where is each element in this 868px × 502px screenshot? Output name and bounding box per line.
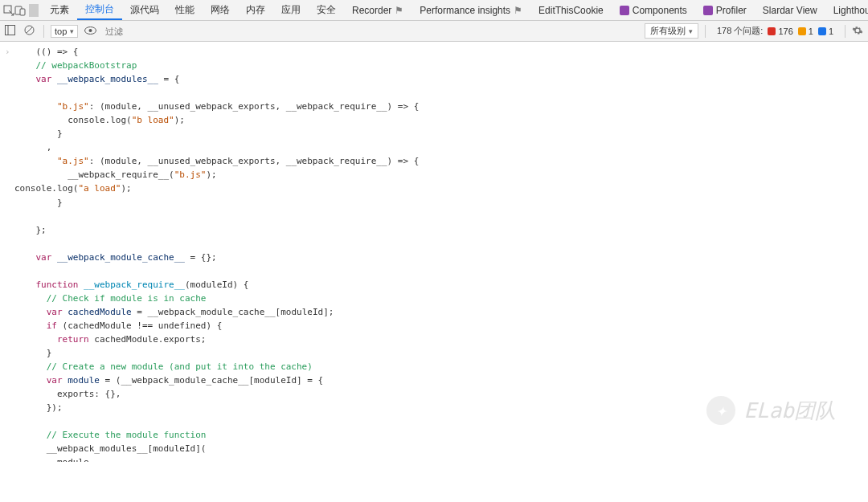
tab-label: 源代码 [130, 3, 159, 17]
console-toolbar: top 所有级别 178 个问题: 176 1 1 [0, 21, 868, 42]
tab-label: 内存 [246, 3, 265, 17]
tab-profiler[interactable]: Profiler [695, 0, 755, 20]
tab-应用[interactable]: 应用 [273, 0, 309, 20]
tab-label: Profiler [716, 5, 747, 16]
experimental-icon: ⚑ [395, 5, 403, 16]
tab-label: EditThisCookie [538, 5, 604, 16]
tab-label: 性能 [175, 3, 194, 17]
tab-网络[interactable]: 网络 [203, 0, 238, 20]
tab-lighthouse[interactable]: Lighthouse [825, 0, 868, 20]
console-settings-gear-icon[interactable] [852, 25, 863, 38]
svg-point-8 [89, 29, 92, 32]
tab-label: 网络 [211, 3, 230, 17]
console-output[interactable]: › (() => { // webpackBootstrap var __web… [0, 42, 868, 462]
tab-label: Lighthouse [833, 5, 868, 16]
tab-安全[interactable]: 安全 [309, 0, 344, 20]
tab-label: Slardar View [763, 5, 817, 16]
clear-console-icon[interactable] [24, 25, 37, 37]
sidebar-toggle-icon[interactable] [5, 25, 18, 37]
tab-performance-insights[interactable]: Performance insights⚑ [411, 0, 530, 20]
tab-内存[interactable]: 内存 [238, 0, 273, 20]
tab-label: 安全 [317, 3, 336, 17]
tab-源代码[interactable]: 源代码 [122, 0, 167, 20]
issues-error-chip: 176 [768, 27, 792, 36]
inspect-icon[interactable] [3, 2, 14, 19]
tab-label: 元素 [50, 3, 69, 17]
extension-icon [620, 6, 629, 15]
tab-性能[interactable]: 性能 [167, 0, 203, 20]
filter-input[interactable] [104, 26, 200, 37]
extension-icon [703, 6, 713, 15]
prompt-icon: › [5, 45, 10, 59]
issues-warn-chip: 1 [798, 27, 813, 36]
log-levels-select[interactable]: 所有级别 [645, 23, 698, 39]
issues-label: 178 个问题: [717, 25, 763, 37]
tab-label: Performance insights [420, 5, 510, 16]
issues-info-chip: 1 [818, 27, 833, 36]
tab-label: Recorder [352, 5, 391, 16]
svg-rect-3 [6, 26, 15, 35]
experimental-icon: ⚑ [514, 5, 522, 16]
tab-slardar-view[interactable]: Slardar View [755, 0, 825, 20]
evaluated-expression: (() => { // webpackBootstrap var __webpa… [0, 42, 868, 462]
levels-label: 所有级别 [650, 25, 686, 37]
tab-components[interactable]: Components [612, 0, 695, 20]
tab-editthiscookie[interactable]: EditThisCookie [530, 0, 612, 20]
tab-元素[interactable]: 元素 [42, 0, 77, 20]
svg-line-6 [27, 27, 32, 33]
tab-label: 控制台 [85, 2, 114, 16]
tab-控制台[interactable]: 控制台 [77, 0, 122, 20]
devtools-tabbar: 元素控制台源代码性能网络内存应用安全Recorder⚑Performance i… [0, 0, 868, 21]
live-expression-icon[interactable] [84, 27, 97, 36]
context-label: top [55, 27, 67, 36]
tab-label: Components [633, 5, 687, 16]
panel-tabs: 元素控制台源代码性能网络内存应用安全Recorder⚑Performance i… [42, 0, 868, 20]
execution-context-select[interactable]: top [51, 25, 78, 38]
tab-label: 应用 [281, 3, 301, 17]
device-toggle-icon[interactable] [14, 2, 26, 19]
issues-summary[interactable]: 178 个问题: 176 1 1 [712, 25, 838, 37]
divider [29, 4, 39, 17]
tab-recorder[interactable]: Recorder⚑ [344, 0, 411, 20]
svg-rect-2 [20, 9, 25, 15]
